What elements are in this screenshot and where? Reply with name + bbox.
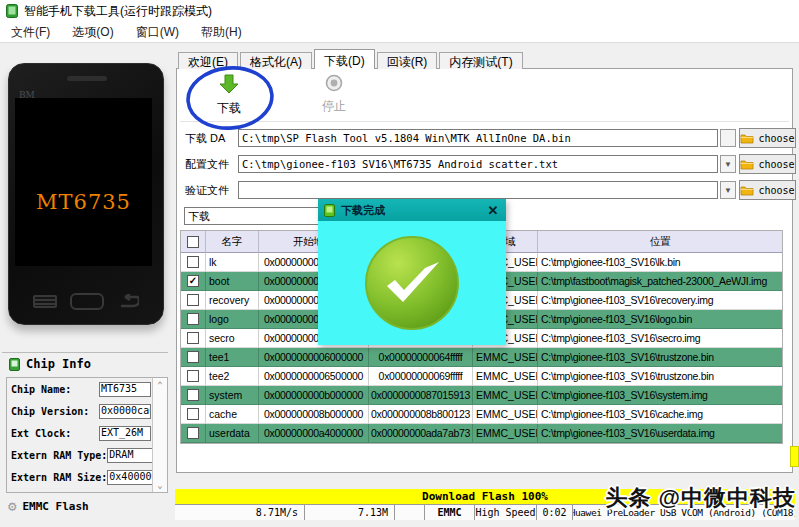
table-row-cache[interactable]: cache0x000000008b0000000x000000008b80012…	[181, 405, 782, 424]
chip-info-box: Chip Name:MT6735Chip Version:0x0000ca00E…	[6, 377, 168, 493]
cell-name: system	[206, 386, 259, 405]
close-icon[interactable]: ✕	[486, 203, 500, 218]
download-da-input[interactable]	[238, 129, 718, 147]
scatter-file-choose-button[interactable]: choose	[739, 154, 796, 174]
tab-download[interactable]: 下载(D)	[314, 49, 375, 69]
cell-region: EMMC_USER	[473, 405, 538, 424]
cell-location: C:\tmp\gionee-f103_SV16\trustzone.bin	[538, 367, 782, 386]
chip-field: Chip Version:0x0000ca00	[7, 400, 153, 422]
checkbox-cell	[181, 329, 206, 348]
window-title: 智能手机下载工具(运行时跟踪模式)	[24, 3, 212, 20]
table-row-system[interactable]: system0x000000000b0000000x00000000870159…	[181, 386, 782, 405]
menu-item-window[interactable]: 窗口(W)	[125, 22, 190, 42]
device-preview: BM MT6735	[8, 63, 164, 325]
download-da-label: 下载 DA	[185, 131, 237, 146]
cell-end-address: 0x0000000087015913	[369, 386, 473, 405]
chip-field-partial	[7, 488, 153, 493]
cell-start-address: 0x00000000a4000000	[259, 424, 369, 443]
checkbox-cell	[181, 405, 206, 424]
tab-bar: 欢迎(E)格式化(A)下载(D)回读(R)内存测试(T)	[178, 49, 525, 69]
auth-file-choose-button[interactable]: choose	[739, 180, 796, 200]
cell-end-address: 0x00000000ada7ab73	[369, 424, 473, 443]
auth-file-dropdown-arrow[interactable]: ▼	[720, 181, 736, 199]
chip-info-icon	[9, 358, 20, 371]
scatter-file-input[interactable]	[238, 155, 718, 173]
menu-bar: 文件(F)选项(O)窗口(W)帮助(H)	[0, 22, 799, 43]
cell-end-address: 0x000000008b800123	[369, 405, 473, 424]
menu-item-help[interactable]: 帮助(H)	[190, 22, 253, 42]
menu-item-file[interactable]: 文件(F)	[0, 22, 61, 42]
checkbox-cell	[181, 386, 206, 405]
checkbox-cell	[181, 253, 206, 272]
form-row-auth-file: 验证文件▼choose	[185, 181, 237, 199]
download-button[interactable]: 下载	[205, 74, 253, 117]
choose-button-label: choose	[758, 185, 794, 196]
tab-format[interactable]: 格式化(A)	[240, 52, 312, 69]
table-row-userdata[interactable]: userdata0x00000000a40000000x00000000ada7…	[181, 424, 782, 443]
form-row-scatter-file: 配置文件▼choose	[185, 155, 237, 173]
table-row-tee1[interactable]: tee10x00000000060000000x00000000064fffff…	[181, 348, 782, 367]
chip-field: Ext Clock:EXT_26M	[7, 422, 153, 444]
stop-icon	[325, 74, 343, 92]
form-row-download-da: 下载 DAchoose	[185, 129, 237, 147]
flash-type-row: ⚙ EMMC Flash	[8, 499, 89, 513]
tab-memory-test[interactable]: 内存测试(T)	[439, 52, 522, 69]
row-checkbox[interactable]	[187, 389, 199, 401]
chip-info-scrollbar[interactable]: ⌃ ⌄	[152, 378, 167, 492]
row-checkbox[interactable]	[187, 332, 199, 344]
status-speed: 8.71M/s	[175, 505, 305, 520]
chip-field-label: Extern RAM Type:	[11, 450, 107, 461]
cell-location: C:\tmp\gionee-f103_SV16\userdata.img	[538, 424, 782, 443]
status-data-size: 7.13M	[305, 505, 395, 520]
row-checkbox[interactable]	[187, 408, 199, 420]
row-checkbox[interactable]	[187, 313, 199, 325]
download-da-box[interactable]	[720, 129, 736, 147]
checkbox-cell: ✓	[181, 272, 206, 291]
chip-info-title: Chip Info	[26, 357, 91, 371]
row-checkbox[interactable]	[187, 256, 199, 268]
phone-back-icon	[117, 294, 139, 310]
header-loc[interactable]: 位置	[538, 231, 782, 253]
phone-chip-label: MT6735	[15, 190, 152, 214]
cell-name: tee2	[206, 367, 259, 386]
menu-item-options[interactable]: 选项(O)	[61, 22, 124, 42]
row-checkbox[interactable]	[187, 427, 199, 439]
folder-icon	[740, 185, 754, 196]
tab-welcome[interactable]: 欢迎(E)	[178, 52, 238, 69]
phone-speaker	[67, 76, 107, 81]
row-checkbox[interactable]: ✓	[187, 275, 199, 287]
scroll-up-icon[interactable]: ⌃	[157, 380, 162, 390]
cell-start-address: 0x000000000b000000	[259, 386, 369, 405]
cell-location: C:\tmp\gionee-f103_SV16\trustzone.bin	[538, 348, 782, 367]
chip-field: Chip Name:MT6735	[7, 378, 153, 400]
folder-icon	[740, 133, 754, 144]
cell-end-address: 0x00000000069fffff	[369, 367, 473, 386]
cell-region: EMMC_USER	[473, 367, 538, 386]
toolbar-separator	[180, 121, 789, 122]
download-ok-dialog: 下载完成 ✕	[318, 199, 506, 345]
cell-start-address: 0x0000000006000000	[259, 348, 369, 367]
scatter-file-dropdown-arrow[interactable]: ▼	[720, 155, 736, 173]
phone-home-icon	[70, 293, 104, 310]
chip-field-value: EXT_26M	[99, 426, 151, 441]
phone-nav-buttons	[9, 293, 163, 310]
stop-button[interactable]: 停止	[312, 74, 356, 115]
tab-readback[interactable]: 回读(R)	[377, 52, 438, 69]
row-checkbox[interactable]	[187, 351, 199, 363]
progress-label: Download Flash 100%	[422, 490, 548, 503]
dialog-title-bar[interactable]: 下载完成 ✕	[318, 199, 506, 221]
header-checkbox-cell	[181, 231, 206, 253]
row-checkbox[interactable]	[187, 294, 199, 306]
select-all-checkbox[interactable]	[187, 236, 199, 248]
scroll-down-icon[interactable]: ⌄	[157, 480, 162, 490]
cell-name: logo	[206, 310, 259, 329]
flash-type-label: EMMC Flash	[22, 500, 88, 513]
cell-location: C:\tmp\gionee-f103_SV16\logo.bin	[538, 310, 782, 329]
header-name[interactable]: 名字	[206, 231, 259, 253]
chip-field-label: Chip Version:	[11, 406, 89, 417]
table-row-tee2[interactable]: tee20x00000000065000000x00000000069fffff…	[181, 367, 782, 386]
app-phone-icon	[6, 4, 18, 18]
download-da-choose-button[interactable]: choose	[739, 128, 796, 148]
row-checkbox[interactable]	[187, 370, 199, 382]
auth-file-input[interactable]	[238, 181, 718, 199]
